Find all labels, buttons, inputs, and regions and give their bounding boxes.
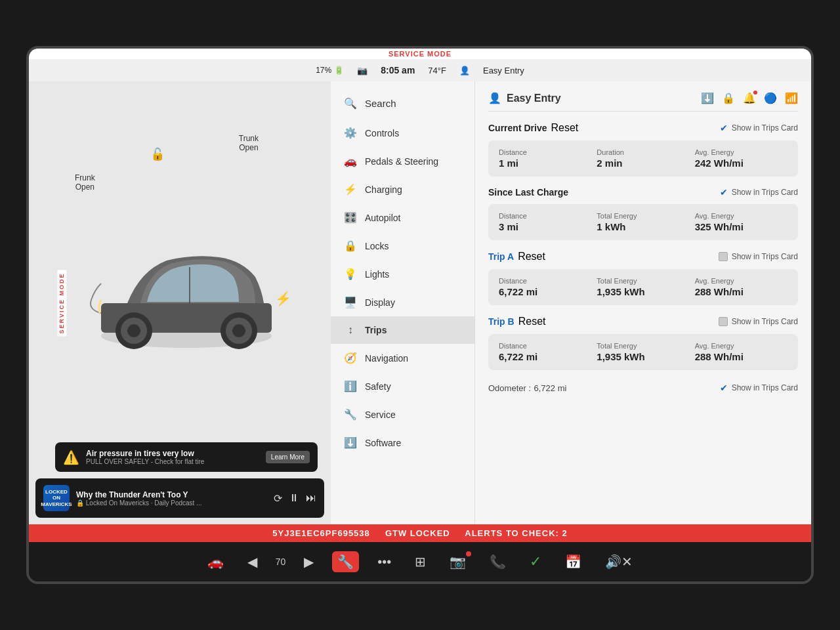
display-icon: 🖥️ (344, 296, 357, 308)
odometer-label: Odometer : (488, 383, 531, 393)
current-drive-show-trips: ✔ Show in Trips Card (720, 123, 798, 133)
vin-display: 5YJ3E1EC6PF695538 (272, 528, 370, 538)
service-icon: 🔧 (344, 408, 357, 421)
trip-a-stats: Distance 6,722 mi Total Energy 1,935 kWh… (488, 269, 798, 305)
taskbar-check-button[interactable]: ✓ (524, 551, 547, 573)
current-drive-checkbox[interactable]: ✔ (720, 123, 728, 133)
current-drive-reset-button[interactable]: Reset (551, 122, 578, 134)
menu-item-service[interactable]: 🔧 Service (331, 400, 474, 429)
slc-energy-value: 1 kWh (597, 221, 689, 232)
search-menu-item[interactable]: 🔍 Search (331, 88, 474, 119)
taskbar-volume-button[interactable]: 🔊✕ (600, 551, 638, 572)
taskbar: 🚗 ◀ 70 ▶ 🔧 ••• ⊞ 📷 📞 ✓ 📅 🔊✕ (29, 542, 811, 581)
current-drive-distance: Distance 1 mi (499, 148, 591, 169)
easy-entry-icon: 👤 (488, 92, 501, 104)
current-drive-show-trips-label: Show in Trips Card (732, 123, 798, 133)
menu-item-pedals[interactable]: 🚗 Pedals & Steering (331, 147, 474, 175)
current-drive-energy-value: 242 Wh/mi (695, 158, 788, 169)
trip-a-reset-button[interactable]: Reset (518, 251, 545, 262)
charging-label: Charging (365, 184, 402, 195)
service-mode-banner-top: SERVICE MODE (29, 49, 811, 59)
menu-item-navigation[interactable]: 🧭 Navigation (331, 344, 474, 372)
search-icon: 🔍 (344, 97, 357, 110)
right-header-title: 👤 Easy Entry (488, 92, 561, 104)
trip-a-energy-label: Total Energy (597, 277, 689, 285)
trip-b-avg-energy: Avg. Energy 288 Wh/mi (695, 342, 788, 362)
trip-b-reset-button[interactable]: Reset (518, 316, 546, 327)
bottom-status-bar: 5YJ3E1EC6PF695538 GTW LOCKED ALERTS TO C… (29, 524, 811, 542)
menu-item-autopilot[interactable]: 🎛️ Autopilot (331, 203, 474, 232)
taskbar-calendar-button[interactable]: 📅 (560, 551, 587, 572)
right-panel: 👤 Easy Entry ⬇️ 🔒 🔔 🔵 📶 Current Drive Re… (475, 81, 811, 524)
lights-label: Lights (365, 269, 389, 280)
media-info: Why the Thunder Aren't Too Y 🔒 Locked On… (76, 490, 267, 507)
main-content: SERVICE MODE Frunk Open Trunk Open 🔓 (29, 81, 811, 524)
taskbar-camera-button[interactable]: 📷 (444, 551, 471, 572)
media-subtitle: 🔒 Locked On Mavericks · Daily Podcast ..… (76, 499, 267, 507)
slc-avg-value: 325 Wh/mi (695, 221, 788, 232)
since-last-charge-stats: Distance 3 mi Total Energy 1 kWh Avg. En… (488, 204, 798, 240)
camera-icon-status: 📷 (357, 66, 368, 75)
taskbar-car-button[interactable]: 🚗 (202, 551, 229, 572)
alert-warning-icon: ⚠️ (63, 450, 79, 465)
header-icons: ⬇️ 🔒 🔔 🔵 📶 (701, 92, 798, 104)
menu-item-charging[interactable]: ⚡ Charging (331, 175, 474, 203)
menu-item-display[interactable]: 🖥️ Display (331, 288, 474, 316)
pause-button[interactable]: ⏸ (289, 492, 299, 504)
current-drive-duration: Duration 2 min (597, 148, 689, 169)
notification-icon: 🔔 (743, 92, 756, 104)
easy-entry-title: Easy Entry (507, 93, 561, 104)
trip-b-distance: Distance 6,722 mi (499, 342, 591, 362)
since-last-charge-checkbox[interactable]: ✔ (720, 187, 728, 198)
trip-b-avg-label: Avg. Energy (695, 342, 788, 350)
taskbar-forward-button[interactable]: ▶ (299, 551, 319, 572)
taskbar-back-button[interactable]: ◀ (242, 551, 262, 572)
menu-item-lights[interactable]: 💡 Lights (331, 260, 474, 288)
car-svg: ⚡ (75, 211, 298, 356)
signal-icon: 📶 (785, 92, 798, 104)
autopilot-label: Autopilot (365, 213, 400, 223)
trip-b-checkbox[interactable] (719, 317, 728, 326)
podcast-thumb-text: LOCKED ON MAVERICKS (41, 489, 72, 508)
service-label: Service (365, 410, 396, 420)
taskbar-more-button[interactable]: ••• (372, 552, 396, 572)
menu-item-trips[interactable]: ↕️ Trips (331, 316, 474, 344)
odometer-checkbox[interactable]: ✔ (720, 383, 728, 393)
menu-item-safety[interactable]: ℹ️ Safety (331, 372, 474, 400)
screen: SERVICE MODE 17% 🔋 📷 8:05 am 74°F 👤 Easy… (26, 46, 814, 584)
trip-b-total-energy: Total Energy 1,935 kWh (597, 342, 689, 362)
menu-item-software[interactable]: ⬇️ Software (331, 429, 474, 457)
slc-distance-value: 3 mi (499, 221, 591, 232)
trip-b-title: Trip B (488, 316, 514, 327)
odometer-display: Odometer : 6,722 mi (488, 382, 566, 394)
download-icon: ⬇️ (701, 92, 714, 104)
since-last-charge-title: Since Last Charge (488, 187, 568, 198)
search-label: Search (365, 98, 396, 109)
pedals-label: Pedals & Steering (365, 156, 438, 167)
current-drive-energy: Avg. Energy 242 Wh/mi (695, 148, 788, 169)
menu-item-locks[interactable]: 🔒 Locks (331, 232, 474, 260)
taskbar-tools-button[interactable]: 🔧 (332, 551, 359, 572)
menu-item-controls[interactable]: ⚙️ Controls (331, 119, 474, 147)
since-last-charge-show-trips-label: Show in Trips Card (732, 188, 798, 197)
current-drive-energy-label: Avg. Energy (695, 148, 788, 156)
learn-more-button[interactable]: Learn More (266, 451, 310, 463)
locks-icon: 🔒 (344, 240, 357, 252)
locks-label: Locks (365, 241, 389, 251)
rewind-button[interactable]: ⟳ (274, 492, 282, 505)
trip-a-checkbox[interactable] (719, 252, 728, 261)
navigation-label: Navigation (365, 353, 408, 364)
forward-button[interactable]: ⏭ (306, 492, 316, 504)
taskbar-grid-button[interactable]: ⊞ (410, 551, 431, 572)
trip-a-avg-label: Avg. Energy (695, 277, 788, 285)
alert-title: Air pressure in tires very low (86, 449, 259, 458)
alert-text-container: Air pressure in tires very low PULL OVER… (86, 449, 259, 465)
lock-icon-header: 🔒 (722, 92, 735, 104)
taskbar-phone-button[interactable]: 📞 (484, 551, 511, 572)
trip-a-energy-value: 1,935 kWh (597, 286, 689, 297)
trip-b-title-row: Trip B Reset (488, 316, 545, 327)
current-drive-distance-value: 1 mi (499, 158, 591, 169)
controls-icon: ⚙️ (344, 127, 357, 139)
slc-avg-label: Avg. Energy (695, 212, 788, 220)
right-panel-header: 👤 Easy Entry ⬇️ 🔒 🔔 🔵 📶 (488, 92, 798, 112)
